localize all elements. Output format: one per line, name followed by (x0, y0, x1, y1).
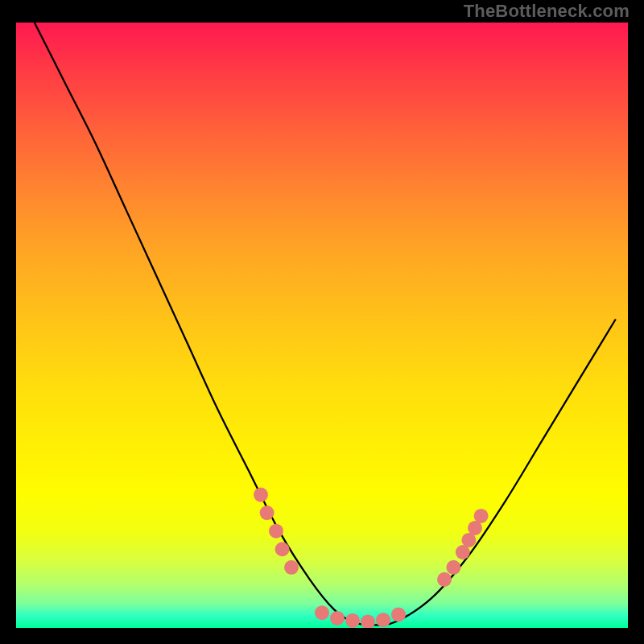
plot-area (16, 23, 628, 628)
highlight-dot (260, 506, 275, 520)
highlight-dot (269, 524, 283, 539)
highlight-dot (437, 572, 452, 587)
highlight-dot (315, 605, 329, 620)
bottleneck-curve (35, 23, 616, 625)
highlight-dot (391, 607, 406, 621)
highlight-dot (284, 560, 299, 575)
highlight-dot (376, 613, 390, 627)
curve-svg (16, 23, 628, 628)
highlight-dot (330, 611, 345, 625)
highlight-dot (345, 613, 360, 628)
chart-frame: TheBottleneck.com (0, 0, 644, 644)
highlight-dot (474, 509, 489, 523)
watermark-text: TheBottleneck.com (464, 1, 630, 22)
highlight-dot (254, 488, 268, 502)
highlight-dot (446, 560, 460, 575)
highlight-dot (275, 542, 290, 556)
highlight-dots (254, 488, 489, 628)
highlight-dot (361, 614, 375, 628)
